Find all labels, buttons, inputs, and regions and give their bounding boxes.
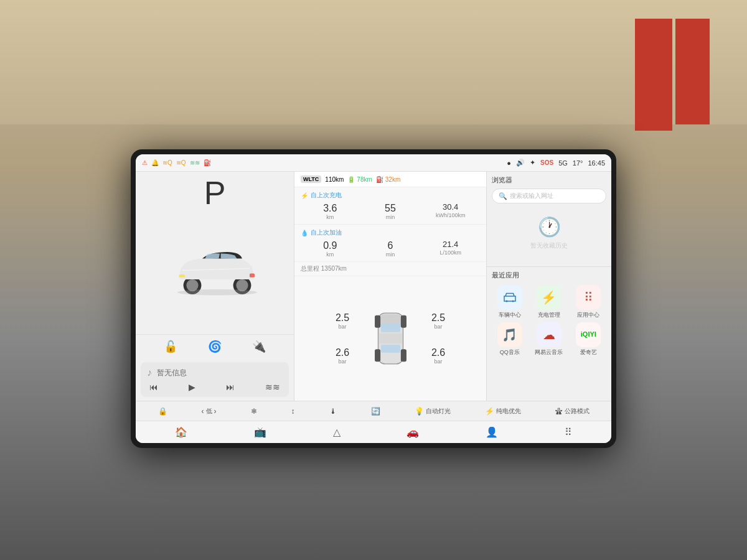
tire-front-right: 2.5 bar (421, 312, 456, 330)
music-next-button[interactable]: ⏭ (226, 382, 235, 392)
bottom-nav-bar: 🏠 📺 △ 🚗 👤 ⠿ (136, 421, 611, 443)
temp-label: 17° (573, 159, 583, 167)
ctrl-fan[interactable]: 🌡 (329, 407, 337, 416)
music-title-text: 暂无信息 (157, 368, 187, 378)
tire-rl-unit: bar (326, 358, 360, 365)
bg-pillar-2 (675, 19, 710, 124)
auto-lights-label: 自动灯光 (426, 407, 451, 416)
battery-icon: 🔋 (347, 176, 355, 183)
tire-rl-value: 2.6 (326, 347, 360, 358)
nav-apps[interactable]: ⠿ (565, 426, 572, 438)
app-app-center[interactable]: ⠿ 应用中心 (571, 285, 606, 319)
bluetooth-icon: ✦ (530, 159, 535, 167)
right-browser-apps-panel: 浏览器 🔍 搜索或输入网址 🕐 暂无收藏历史 最近应用 (487, 172, 611, 401)
status-left-icons: ⚠ 🔔 ≋Q ≋Q ≋≋ ⛽ (142, 159, 507, 166)
ctrl-ev-priority[interactable]: ⚡ 纯电优先 (485, 407, 521, 416)
electric-trip-header: ⚡ 自上次充电 (301, 191, 480, 200)
electric-trip-stats: 3.6 km 55 min 30.4 kWh/100km (301, 202, 480, 220)
ctrl-seat-heat[interactable]: ↕ (291, 407, 295, 416)
total-mileage-text: 总里程 13507km (301, 265, 347, 272)
browser-title: 浏览器 (492, 175, 606, 185)
ctrl-road-mode[interactable]: 🛣 公路模式 (555, 407, 590, 416)
app-apps-label: 应用中心 (577, 312, 599, 319)
fuel-km-value: 0.9 (301, 240, 360, 251)
app-vehicle-label: 车辆中心 (499, 312, 521, 319)
tire-rr-unit: bar (421, 358, 456, 365)
apps-grid: 车辆中心 ⚡ 充电管理 ⠿ 应用中心 (492, 285, 606, 356)
history-icon: 🕐 (538, 216, 561, 238)
app-charge-icon: ⚡ (537, 285, 561, 310)
app-163-label: 网易云音乐 (535, 349, 563, 356)
total-mileage: 总里程 13507km (294, 262, 486, 276)
status-right-info: ● 🔊 ✦ SOS 5G 17° 16:45 (507, 159, 605, 167)
music-prev-button[interactable]: ⏮ (149, 382, 158, 392)
no-history-text: 暂无收藏历史 (530, 241, 568, 250)
fuel-stat-km: 0.9 km (301, 240, 360, 258)
elec-km-value: 3.6 (301, 202, 360, 214)
fuel-trip-header: 💧 自上次加油 (301, 228, 480, 237)
nav-home[interactable]: 🏠 (175, 426, 187, 438)
svg-point-3 (236, 279, 248, 291)
fuel-trip-label: 自上次加油 (311, 228, 342, 237)
app-charge-manage[interactable]: ⚡ 充电管理 (531, 285, 566, 319)
svg-point-1 (186, 279, 198, 291)
fuel-stat-min: 6 min (361, 240, 420, 258)
road-mode-label: 公路模式 (565, 407, 590, 416)
electric-trip-section: ⚡ 自上次充电 3.6 km 55 min 30.4 (294, 187, 486, 225)
search-icon: 🔍 (499, 192, 507, 200)
fuel-min-value: 6 (361, 240, 420, 251)
music-note-icon: ♪ (147, 367, 152, 378)
svg-rect-14 (375, 349, 380, 362)
fuel-stat-efficiency: 21.4 L/100km (421, 240, 480, 258)
status-icon-4: ≋Q (176, 159, 186, 166)
elec-stat-km: 3.6 km (301, 202, 360, 220)
search-placeholder: 搜索或输入网址 (510, 192, 553, 200)
fuel-trip-section: 💧 自上次加油 0.9 km 6 min 21.4 (294, 225, 486, 262)
climate-icon[interactable]: 🌀 (208, 340, 222, 353)
svg-rect-9 (381, 324, 400, 333)
fuel-icon: ⛽ (204, 159, 211, 166)
elec-stat-efficiency: 30.4 kWh/100km (421, 202, 480, 220)
ctrl-lock[interactable]: 🔒 (158, 407, 167, 416)
left-vehicle-panel: P (136, 172, 294, 401)
nav-vehicle[interactable]: 🚗 (406, 426, 419, 438)
fuel-range-value: 32km (385, 176, 400, 183)
app-vehicle-center[interactable]: 车辆中心 (492, 285, 527, 319)
ctrl-temp-low[interactable]: ‹ 低 › (202, 407, 217, 416)
warning-icon-1: ⚠ (142, 159, 148, 166)
ctrl-recirculate[interactable]: 🔄 (371, 407, 380, 416)
music-play-button[interactable]: ▶ (189, 382, 195, 392)
ctrl-auto-lights[interactable]: 💡 自动灯光 (415, 407, 451, 416)
middle-trip-panel: WLTC 110km 🔋 78km ⛽ 32km ⚡ 自上次充电 (294, 172, 487, 401)
app-qq-music[interactable]: 🎵 QQ音乐 (492, 322, 527, 356)
search-bar[interactable]: 🔍 搜索或输入网址 (492, 189, 606, 203)
app-iqiyi[interactable]: iQIYI 爱奇艺 (571, 322, 606, 356)
nav-media[interactable]: 📺 (254, 426, 266, 438)
elec-eff-unit: kWh/100km (421, 212, 480, 218)
volume-icon: 🔊 (516, 159, 525, 167)
app-netease-music[interactable]: ☁ 网易云音乐 (531, 322, 566, 356)
app-charge-label: 充电管理 (538, 312, 560, 319)
nav-profile[interactable]: 👤 (486, 426, 498, 438)
recirculate-icon: 🔄 (371, 407, 380, 416)
range-bar: WLTC 110km 🔋 78km ⛽ 32km (294, 172, 486, 187)
ctrl-ac[interactable]: ❄ (251, 407, 257, 416)
tire-pressure-section: 2.5 bar (294, 276, 486, 401)
ev-priority-icon: ⚡ (485, 407, 494, 416)
sos-label[interactable]: SOS (540, 159, 553, 166)
app-apps-icon: ⠿ (576, 285, 601, 310)
elec-stat-min: 55 min (361, 202, 420, 220)
app-iqiyi-icon: iQIYI (576, 322, 601, 347)
lock-ctrl-icon: 🔒 (158, 407, 167, 416)
nav-map[interactable]: △ (333, 426, 341, 438)
tire-rr-value: 2.6 (421, 347, 456, 358)
time-display: 16:45 (588, 159, 605, 167)
bg-pillar-1 (635, 19, 672, 131)
status-bar: ⚠ 🔔 ≋Q ≋Q ≋≋ ⛽ ● 🔊 ✦ SOS 5G 17° 16:45 (136, 154, 611, 172)
svg-rect-15 (400, 349, 406, 362)
charge-port-icon[interactable]: 🔌 (252, 340, 266, 353)
unlock-icon[interactable]: 🔓 (164, 340, 177, 353)
svg-rect-4 (179, 274, 185, 278)
warning-icon-2: 🔔 (151, 159, 159, 166)
svg-point-6 (177, 289, 257, 296)
